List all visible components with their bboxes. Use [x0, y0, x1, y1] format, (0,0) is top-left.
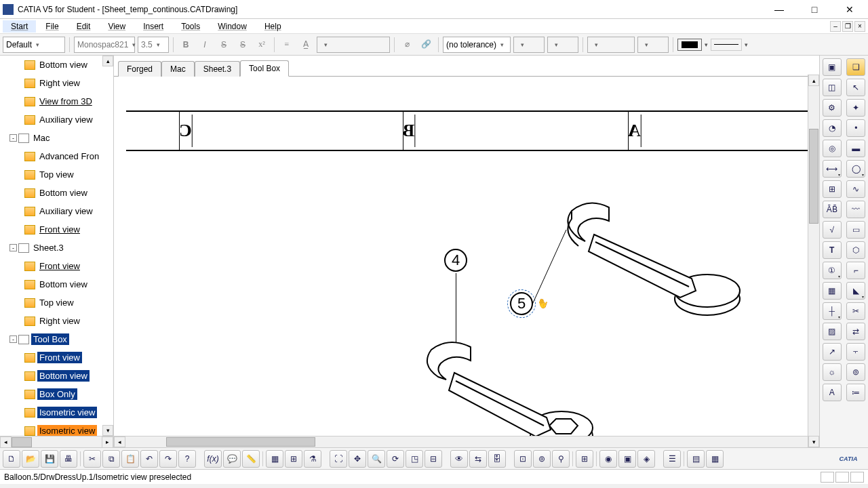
tree-expander[interactable]: -: [9, 336, 17, 343]
filter-button[interactable]: ⚲: [552, 450, 570, 468]
unit-combo[interactable]: [587, 37, 635, 53]
balloon-button[interactable]: ①▾: [823, 262, 842, 279]
tree-label[interactable]: Right view: [37, 77, 82, 89]
axis-line-button[interactable]: ┼▾: [823, 302, 842, 320]
tree-label[interactable]: Bottom view: [37, 187, 90, 199]
new-button[interactable]: 🗋: [3, 450, 20, 468]
menu-tools[interactable]: Tools: [173, 20, 208, 33]
snap-grid-button[interactable]: ⊡: [514, 450, 532, 468]
dimensions-button[interactable]: ⟷▾: [823, 160, 842, 178]
tree-scroll-up[interactable]: ▴: [102, 56, 113, 66]
tree-label[interactable]: Bottom view: [37, 279, 90, 290]
status-box-1[interactable]: [821, 472, 834, 483]
tree-node[interactable]: Front view: [0, 348, 113, 367]
transform-button[interactable]: ⇄: [846, 323, 865, 340]
spline-button[interactable]: 〰: [846, 201, 865, 218]
superscript-button[interactable]: x²: [254, 37, 270, 53]
menu-insert[interactable]: Insert: [135, 20, 172, 33]
tree-hscrollbar[interactable]: ◂ ▸: [0, 436, 113, 447]
tree-hscroll-thumb[interactable]: [12, 437, 32, 447]
tree-label[interactable]: Front view: [37, 224, 82, 235]
tree-label[interactable]: Right view: [37, 315, 82, 327]
tree-label[interactable]: Bottom view: [37, 59, 90, 70]
overline-button[interactable]: S: [235, 37, 251, 53]
profile-button[interactable]: ∿: [846, 180, 865, 198]
mdi-restore[interactable]: ❐: [842, 21, 853, 32]
italic-button[interactable]: I: [197, 37, 213, 53]
tree-label[interactable]: View from 3D: [37, 96, 94, 107]
tree-node[interactable]: Right view: [0, 74, 113, 92]
tree-label[interactable]: Front view: [37, 352, 82, 363]
tree-node[interactable]: Auxiliary view: [0, 202, 113, 220]
justify-button[interactable]: ≡: [279, 37, 295, 53]
tree-node[interactable]: Isometric view: [0, 403, 113, 422]
dim-system-button[interactable]: ⊞: [576, 450, 593, 468]
insert-symbol-button[interactable]: ⌀: [399, 37, 415, 53]
formula-button[interactable]: f(x): [204, 450, 222, 468]
tree-label[interactable]: Auxiliary view: [37, 114, 95, 125]
hide-show-button[interactable]: 👁: [450, 450, 468, 468]
tree-label[interactable]: Bottom view: [37, 370, 90, 382]
tree-node[interactable]: -Tool Box: [0, 330, 113, 348]
circle-button[interactable]: ◯▾: [846, 160, 865, 178]
tree-label[interactable]: Sheet.3: [31, 242, 66, 253]
whats-this-button[interactable]: ?: [178, 450, 196, 468]
vscroll-up[interactable]: ▴: [808, 75, 819, 86]
tree-label[interactable]: Box Only: [37, 388, 77, 400]
fontsize-combo[interactable]: 3.5: [138, 37, 169, 53]
create-detail-button[interactable]: ◉: [599, 450, 617, 468]
swap-space-button[interactable]: ⇆: [469, 450, 487, 468]
new-view-button[interactable]: ▣: [823, 58, 842, 76]
precision-combo[interactable]: [637, 37, 669, 53]
zoom-button[interactable]: 🔍: [368, 450, 385, 468]
bold-button[interactable]: B: [178, 37, 194, 53]
tol-up-combo[interactable]: [513, 37, 545, 53]
clipping-view-button[interactable]: ◎: [823, 140, 842, 157]
point-button[interactable]: •: [846, 119, 865, 137]
minimize-button[interactable]: —: [768, 2, 791, 17]
tree-label[interactable]: Isometric view: [37, 407, 97, 418]
tree-scroll-down[interactable]: ▾: [102, 425, 113, 436]
area-fill-button[interactable]: ▨: [823, 323, 842, 340]
datum-button[interactable]: ĀB̄: [823, 201, 842, 218]
tree-node[interactable]: Top view: [0, 165, 113, 184]
balloon-5[interactable]: 5: [510, 292, 533, 315]
frame-combo[interactable]: [317, 37, 390, 53]
arrow-button[interactable]: ↗: [823, 343, 842, 361]
constraint-button[interactable]: ⫟: [846, 343, 865, 361]
pan-button[interactable]: ✥: [349, 450, 366, 468]
status-box-3[interactable]: [850, 472, 864, 483]
rectangle-button[interactable]: ▭: [846, 221, 865, 239]
show-constraints-button[interactable]: ⊚: [533, 450, 551, 468]
tree-node[interactable]: Auxiliary view: [0, 110, 113, 129]
copy-button[interactable]: ⧉: [102, 450, 120, 468]
linetype-combo[interactable]: [711, 39, 742, 51]
tree-node[interactable]: Top view: [0, 293, 113, 312]
tree-node[interactable]: Bottom view: [0, 275, 113, 293]
tree-node[interactable]: View from 3D: [0, 92, 113, 110]
hscroll-thumb[interactable]: [166, 437, 315, 447]
tree-node[interactable]: Box Only: [0, 385, 113, 403]
tree-node[interactable]: Front view: [0, 257, 113, 275]
tolerance-combo[interactable]: (no tolerance): [443, 37, 511, 53]
cut-button[interactable]: ✂: [83, 450, 101, 468]
tab-forged[interactable]: Forged: [118, 61, 161, 77]
analysis-button[interactable]: ⚗: [304, 450, 321, 468]
normal-view-button[interactable]: ◳: [406, 450, 423, 468]
frame-title-button[interactable]: A: [823, 384, 842, 401]
viewport-hscroll[interactable]: ◂ ▸: [114, 436, 819, 447]
hscroll-left[interactable]: ◂: [114, 436, 125, 447]
balloon-4[interactable]: 4: [444, 249, 467, 272]
tree-node[interactable]: Bottom view: [0, 184, 113, 202]
line-button[interactable]: ▬: [846, 140, 865, 157]
tab-sheet3[interactable]: Sheet.3: [195, 61, 240, 77]
edit-multi-button[interactable]: ≔: [846, 384, 865, 401]
dress-up-button[interactable]: ☼: [823, 363, 842, 381]
text-button[interactable]: T: [823, 241, 842, 259]
hexagon-button[interactable]: ⬡: [846, 241, 865, 259]
undo-button[interactable]: ↶: [140, 450, 158, 468]
tab-mac[interactable]: Mac: [161, 61, 195, 77]
create-aux-button[interactable]: ◈: [637, 450, 655, 468]
vscroll-thumb[interactable]: [809, 129, 818, 224]
frame-titleblock-button[interactable]: ▦: [706, 450, 724, 468]
